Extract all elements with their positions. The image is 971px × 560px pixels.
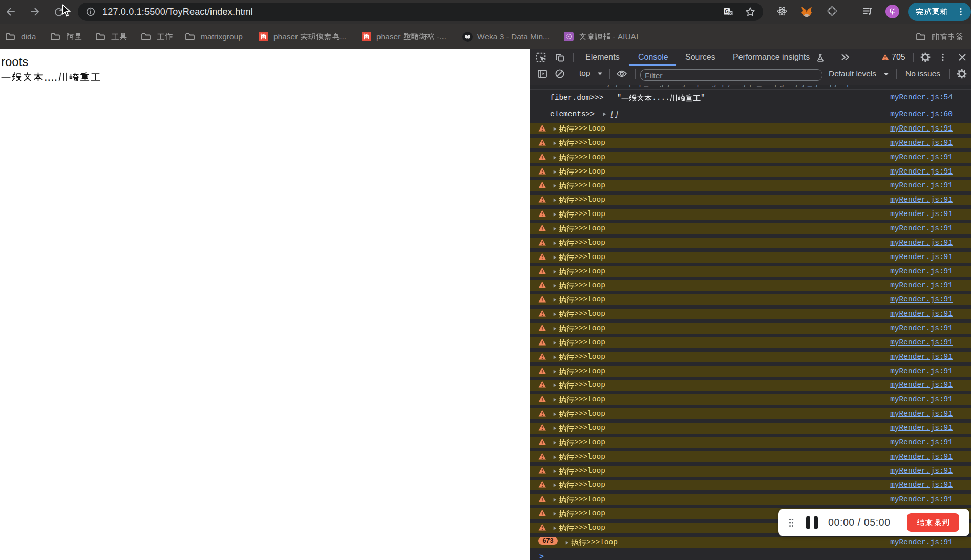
svg-text:AI: AI: [568, 35, 570, 38]
